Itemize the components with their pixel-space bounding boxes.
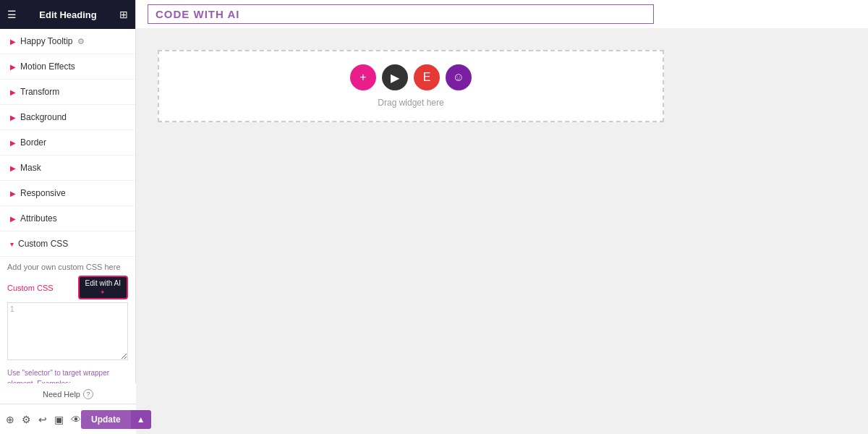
footer-icons: ⊕ ⚙ ↩ ▣ 👁 [6,414,81,425]
edit-with-ai-button[interactable]: Edit with AI ✦ [78,276,128,299]
widget-icon-e[interactable]: E [414,64,440,90]
ai-sparkle-icon: ✦ [100,289,106,296]
custom-css-add-text: Add your own custom CSS here [7,263,128,271]
sidebar-item-happy-tooltip[interactable]: ▶ Happy Tooltip ⚙ [0,29,135,54]
arrow-icon: ▶ [10,63,16,71]
help-circle-icon[interactable]: ? [83,389,93,399]
arrow-icon: ▶ [10,114,16,122]
grid-icon[interactable]: ⊞ [119,9,128,20]
widget-icons-row: + ▶ E ☺ [350,64,472,90]
sidebar-item-border[interactable]: ▶ Border [0,130,135,156]
main-canvas: CODE WITH AI + ▶ E ☺ Drag widget here [136,0,868,434]
settings-icon[interactable]: ⚙ [22,414,31,425]
eye-icon[interactable]: 👁 [71,414,81,425]
line-number: 1 [7,305,14,313]
update-dropdown-button[interactable]: ▲ [131,410,151,429]
widget-icon-add[interactable]: + [350,64,376,90]
need-help-row: Need Help ? [0,383,136,404]
sidebar-footer: Need Help ? ⊕ ⚙ ↩ ▣ 👁 Update ▲ [0,383,136,434]
heading-bar: CODE WITH AI [136,0,868,28]
edit-with-ai-label: Edit with AI [85,279,121,287]
sidebar-item-transform[interactable]: ▶ Transform [0,80,135,105]
arrow-down-icon: ▾ [10,240,14,248]
widget-icon-play[interactable]: ▶ [382,64,408,90]
custom-css-header[interactable]: ▾ Custom CSS [0,231,135,257]
hamburger-icon[interactable]: ☰ [7,9,17,20]
sidebar-item-motion-effects[interactable]: ▶ Motion Effects [0,54,135,80]
tooltip-settings-icon: ⚙ [77,37,85,46]
drag-widget-text: Drag widget here [378,98,443,108]
arrow-icon: ▶ [10,164,16,172]
sidebar-item-mask[interactable]: ▶ Mask [0,156,135,181]
sidebar: ☰ Edit Heading ⊞ ▶ Happy Tooltip ⚙ ▶ Mot… [0,0,136,434]
sidebar-title: Edit Heading [39,9,96,20]
custom-css-label: Custom CSS [7,284,54,292]
sidebar-items-list: ▶ Happy Tooltip ⚙ ▶ Motion Effects ▶ Tra… [0,29,135,434]
arrow-icon: ▶ [10,190,16,197]
custom-css-label-row: Custom CSS Edit with AI ✦ [7,276,128,299]
update-button[interactable]: Update [81,410,131,429]
sidebar-header: ☰ Edit Heading ⊞ [0,0,135,29]
layout-icon[interactable]: ▣ [54,414,64,425]
update-btn-group: Update ▲ [81,410,151,429]
sidebar-item-responsive[interactable]: ▶ Responsive [0,181,135,206]
arrow-icon: ▶ [10,139,16,147]
drop-zone[interactable]: + ▶ E ☺ Drag widget here [158,50,664,122]
heading-text: CODE WITH AI [148,4,654,24]
sidebar-item-attributes[interactable]: ▶ Attributes [0,206,135,231]
footer-toolbar: ⊕ ⚙ ↩ ▣ 👁 Update ▲ [0,404,136,434]
canvas-body: + ▶ E ☺ Drag widget here [136,28,868,434]
layers-icon[interactable]: ⊕ [6,414,14,425]
arrow-icon: ▶ [10,88,16,96]
sidebar-item-background[interactable]: ▶ Background [0,105,135,130]
arrow-icon: ▶ [10,38,16,46]
arrow-icon: ▶ [10,215,16,223]
undo-icon[interactable]: ↩ [38,414,47,425]
css-editor-wrapper: 1 [7,302,128,363]
need-help-text: Need Help [43,390,80,399]
widget-icon-smiley[interactable]: ☺ [446,64,472,90]
css-editor-textarea[interactable] [7,302,128,360]
